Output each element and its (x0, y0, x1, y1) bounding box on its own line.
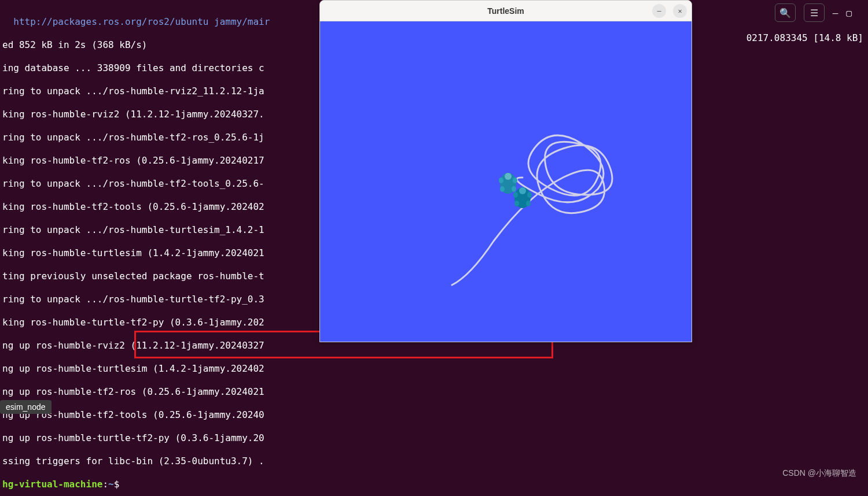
maximize-icon[interactable]: ▢ (846, 8, 852, 18)
svg-point-9 (527, 192, 532, 198)
svg-point-1 (505, 173, 512, 180)
minimize-icon: — (657, 7, 661, 15)
minimize-icon[interactable]: — (833, 8, 838, 18)
svg-point-2 (499, 177, 503, 183)
svg-point-8 (513, 192, 518, 198)
turtlesim-window[interactable]: TurtleSim — ✕ (319, 0, 692, 342)
term-line: ng up ros-humble-turtle-tf2-py (0.3.6-1j… (2, 432, 866, 444)
close-button[interactable]: ✕ (673, 4, 687, 18)
window-title: TurtleSim (487, 6, 524, 16)
term-line: ng up ros-humble-turtlesim (1.4.2-1jammy… (2, 363, 866, 375)
minimize-button[interactable]: — (652, 4, 666, 18)
svg-point-4 (500, 186, 505, 192)
titlebar[interactable]: TurtleSim — ✕ (320, 1, 692, 21)
turtle2 (511, 186, 534, 209)
svg-point-3 (513, 177, 517, 183)
titlebar-controls: — ✕ (652, 4, 687, 18)
search-button[interactable]: 🔍 (775, 3, 796, 22)
tooltip: esim_node (0, 400, 52, 414)
turtlesim-canvas (320, 21, 692, 342)
term-line: ssing triggers for libc-bin (2.35-0ubunt… (2, 456, 866, 467)
menu-button[interactable]: ☰ (804, 3, 825, 22)
watermark: CSDN @小海聊智造 (782, 468, 856, 479)
prompt-line: hg-virtual-machine:~$ (2, 479, 866, 490)
hamburger-icon: ☰ (810, 8, 818, 18)
close-icon: ✕ (678, 7, 682, 15)
term-line: ng up ros-humble-tf2-ros (0.25.6-1jammy.… (2, 386, 866, 398)
browser-toolbar: 🔍 ☰ — ▢ (775, 3, 852, 22)
partial-line-right: 0217.083345 [14.8 kB] (746, 32, 863, 43)
search-icon: 🔍 (779, 8, 791, 18)
term-line: ng up ros-humble-tf2-tools (0.25.6-1jamm… (2, 409, 866, 421)
svg-point-7 (519, 187, 526, 194)
svg-point-10 (514, 201, 519, 206)
svg-point-11 (526, 201, 531, 206)
